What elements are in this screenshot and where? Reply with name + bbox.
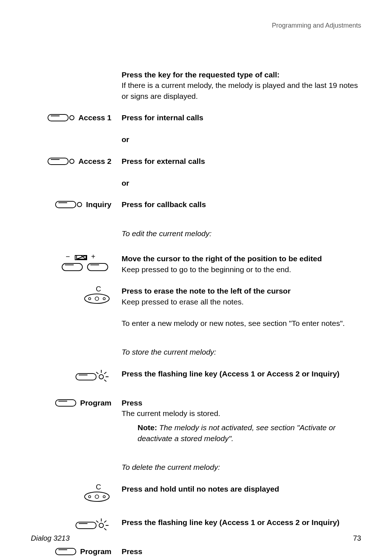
footer-model: Dialog 3213 bbox=[31, 534, 70, 542]
program1-bold: Press bbox=[122, 399, 142, 407]
edit-melody-heading: To edit the current melody: bbox=[122, 228, 361, 239]
move-cursor-body: Keep pressed to go to the beginning or t… bbox=[122, 265, 291, 274]
svg-point-21 bbox=[103, 298, 105, 300]
line-key-icon bbox=[55, 199, 83, 210]
svg-text:+: + bbox=[91, 253, 95, 261]
svg-rect-45 bbox=[56, 548, 76, 555]
svg-rect-3 bbox=[48, 158, 68, 165]
flashing-line-key-icon bbox=[75, 517, 111, 532]
svg-point-33 bbox=[85, 492, 109, 501]
intro-bold: Press the key for the requested type of … bbox=[122, 70, 279, 79]
line-key-icon bbox=[47, 112, 75, 123]
move-cursor-bold: Move the cursor to the right of the posi… bbox=[122, 254, 322, 263]
svg-point-24 bbox=[99, 375, 103, 379]
svg-point-18 bbox=[85, 294, 109, 303]
svg-point-36 bbox=[103, 496, 105, 498]
delete-melody-heading: To delete the current melody: bbox=[122, 462, 361, 472]
or-text-2: or bbox=[122, 179, 129, 187]
erase-body: Keep pressed to erase all the notes. bbox=[122, 298, 244, 306]
inquiry-instr: Press for callback calls bbox=[122, 200, 206, 209]
svg-point-34 bbox=[89, 496, 91, 498]
enter-new-text: To enter a new melody or new notes, see … bbox=[122, 318, 361, 328]
clear-key-icon: C bbox=[82, 286, 111, 304]
inquiry-label: Inquiry bbox=[86, 200, 111, 209]
or-text-1: or bbox=[122, 135, 129, 144]
svg-rect-22 bbox=[76, 374, 96, 380]
svg-line-29 bbox=[104, 380, 106, 382]
svg-point-2 bbox=[70, 116, 74, 120]
line-key-icon bbox=[47, 156, 75, 167]
clear-key-icon: C bbox=[82, 484, 111, 502]
access2-instr: Press for external calls bbox=[122, 157, 205, 165]
svg-line-27 bbox=[104, 372, 106, 374]
program1-body: The current melody is stored. bbox=[122, 409, 220, 417]
program1-label: Program bbox=[80, 399, 111, 407]
page-section-header: Programming and Adjustments bbox=[31, 22, 361, 29]
svg-line-44 bbox=[104, 528, 106, 530]
svg-point-20 bbox=[95, 297, 99, 300]
svg-point-35 bbox=[95, 495, 99, 499]
flashing-line-key-icon bbox=[75, 368, 111, 383]
flashing1-text: Press the flashing line key (Access 1 or… bbox=[122, 370, 339, 378]
svg-rect-0 bbox=[48, 114, 68, 121]
svg-rect-6 bbox=[56, 201, 76, 208]
svg-line-42 bbox=[104, 521, 106, 522]
intro-body: If there is a current melody, the melody… bbox=[122, 81, 358, 100]
page-number: 73 bbox=[353, 534, 361, 542]
svg-point-8 bbox=[77, 202, 82, 207]
nav-keys-icon: − + bbox=[61, 253, 111, 274]
store-melody-heading: To store the current melody: bbox=[122, 347, 361, 357]
svg-point-5 bbox=[70, 159, 74, 164]
svg-point-19 bbox=[89, 298, 91, 300]
svg-line-26 bbox=[96, 372, 98, 374]
program2-bold: Press bbox=[122, 547, 142, 556]
flashing2-text: Press the flashing line key (Access 1 or… bbox=[122, 518, 339, 526]
press-hold-text: Press and hold until no notes are displa… bbox=[122, 485, 279, 493]
program-key-icon bbox=[55, 546, 77, 557]
access2-label: Access 2 bbox=[78, 157, 111, 166]
note-text: The melody is not activated, see section… bbox=[138, 423, 336, 442]
svg-point-39 bbox=[99, 523, 103, 528]
svg-text:C: C bbox=[96, 286, 101, 293]
svg-line-41 bbox=[96, 521, 98, 522]
svg-text:−: − bbox=[66, 253, 70, 261]
svg-text:C: C bbox=[96, 484, 101, 491]
access1-label: Access 1 bbox=[78, 113, 111, 122]
svg-rect-30 bbox=[56, 400, 76, 406]
program-key-icon bbox=[55, 397, 77, 408]
erase-bold: Press to erase the note to the left of t… bbox=[122, 287, 291, 295]
svg-rect-37 bbox=[76, 522, 96, 529]
note-label: Note: bbox=[138, 423, 157, 432]
program2-label: Program bbox=[80, 547, 111, 556]
access1-instr: Press for internal calls bbox=[122, 113, 203, 122]
